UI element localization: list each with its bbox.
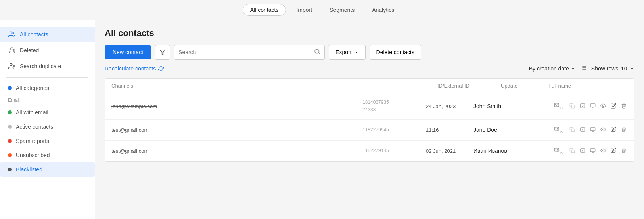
deleted-icon (8, 46, 16, 54)
edit-action-button[interactable] (610, 147, 617, 155)
search-icon (314, 48, 320, 56)
top-nav-item-segments[interactable]: Segments (322, 4, 362, 15)
blacklist-action-button[interactable]: BLBL (553, 125, 566, 135)
sidebar-cat-label-unsubscribed: Unsubscribed (16, 152, 50, 158)
col-id: ID/External ID (437, 83, 501, 89)
contact-id: 181403793524233 (362, 99, 426, 114)
toolbar: New contact Export Delete contacts (105, 45, 634, 60)
svg-point-9 (315, 49, 319, 53)
svg-rect-19 (571, 105, 575, 108)
contact-id: 1182279145 (362, 147, 426, 154)
sidebar-item-label-all-contacts: All contacts (20, 31, 48, 38)
top-nav-item-import[interactable]: Import (289, 4, 319, 15)
delete-action-button[interactable] (620, 147, 628, 155)
checkbox-action-button[interactable] (579, 126, 586, 134)
top-nav-item-all-contacts[interactable]: All contacts (243, 4, 286, 16)
view-action-button[interactable] (599, 102, 607, 110)
sidebar-item-all-contacts[interactable]: All contacts (0, 27, 95, 42)
table-header: Channels ID/External ID Update Full name (105, 79, 634, 93)
sort-selector[interactable]: By creation date (529, 65, 575, 72)
svg-line-10 (318, 53, 320, 54)
sidebar-item-spam-reports[interactable]: Spam reports (0, 134, 95, 148)
all-contacts-icon (8, 30, 16, 38)
contact-update: 02 Jun, 2021 (426, 148, 473, 154)
table-row: test@gmail.com118227994511:16Jane DoeBLB… (105, 120, 634, 141)
contact-update: 24 Jan, 2023 (426, 103, 473, 109)
svg-rect-35 (571, 150, 575, 153)
view-action-button[interactable] (599, 126, 607, 134)
monitor-action-button[interactable] (589, 126, 597, 134)
sidebar-item-all-with-email[interactable]: All with email (0, 105, 95, 120)
sidebar-item-active-contacts[interactable]: Active contacts (0, 120, 95, 134)
svg-point-32 (602, 129, 604, 130)
sort-chevron-icon (571, 66, 575, 71)
blacklist-action-button[interactable]: BLBL (553, 146, 566, 156)
svg-point-4 (10, 63, 12, 66)
delete-action-button[interactable] (620, 126, 628, 134)
edit-action-button[interactable] (610, 102, 617, 110)
app-layout: All contactsDeletedSearch duplicateAll c… (0, 20, 644, 219)
refresh-icon (158, 66, 164, 71)
sidebar-item-label-search-duplicate: Search duplicate (20, 63, 61, 69)
show-rows-chevron-icon[interactable] (630, 66, 634, 71)
export-button[interactable]: Export (329, 45, 365, 60)
contact-update: 11:16 (426, 127, 473, 133)
recalculate-contacts-button[interactable]: Recalculate contacts (105, 65, 164, 72)
sort-options-icon[interactable] (580, 65, 586, 72)
edit-action-button[interactable] (610, 126, 617, 134)
delete-contacts-button[interactable]: Delete contacts (370, 45, 422, 60)
svg-rect-21 (590, 103, 595, 107)
filter-button[interactable] (155, 45, 170, 60)
copy-action-button[interactable] (568, 102, 576, 110)
col-update: Update (501, 83, 548, 89)
monitor-action-button[interactable] (589, 147, 597, 155)
sidebar-item-label-deleted: Deleted (20, 47, 39, 53)
page-title: All contacts (105, 28, 634, 38)
checkbox-action-button[interactable] (579, 102, 586, 110)
sidebar-cat-label-blacklisted: Blacklisted (16, 166, 42, 173)
spam-reports-dot (8, 139, 12, 143)
svg-rect-27 (571, 129, 575, 132)
top-nav-item-analytics[interactable]: Analytics (365, 4, 401, 15)
contact-id: 1182279945 (362, 126, 426, 134)
filter-icon (159, 49, 166, 55)
sidebar-item-deleted[interactable]: Deleted (0, 42, 95, 58)
copy-action-button[interactable] (568, 126, 576, 134)
copy-action-button[interactable] (568, 147, 576, 155)
svg-rect-28 (581, 128, 585, 132)
svg-point-1 (11, 48, 13, 50)
search-box (174, 45, 325, 60)
sidebar-item-blacklisted[interactable]: Blacklisted (0, 162, 95, 177)
sidebar-item-unsubscribed[interactable]: Unsubscribed (0, 148, 95, 162)
main-content: All contacts New contact Export (95, 20, 644, 219)
svg-rect-20 (581, 103, 585, 108)
sidebar-item-all-categories[interactable]: All categories (0, 81, 95, 95)
view-action-button[interactable] (599, 147, 607, 155)
search-input[interactable] (178, 49, 314, 55)
sub-toolbar-right: By creation date Show rows 10 (529, 65, 634, 72)
checkbox-action-button[interactable] (579, 147, 586, 155)
svg-rect-36 (581, 148, 585, 152)
contacts-table: Channels ID/External ID Update Full name… (105, 78, 634, 162)
sidebar-item-search-duplicate[interactable]: Search duplicate (0, 58, 95, 74)
svg-marker-8 (160, 50, 165, 55)
svg-text:BL: BL (557, 150, 559, 152)
svg-point-24 (602, 105, 604, 107)
new-contact-button[interactable]: New contact (105, 45, 151, 59)
monitor-action-button[interactable] (589, 102, 597, 110)
table-row: test@gmail.com118227914502 Jun, 2021Иван… (105, 141, 634, 161)
col-name: Full name (548, 83, 628, 89)
sidebar-cat-label-spam-reports: Spam reports (16, 138, 49, 144)
svg-rect-37 (590, 148, 595, 151)
delete-action-button[interactable] (620, 102, 628, 110)
contact-email[interactable]: test@gmail.com (111, 127, 362, 133)
contact-email[interactable]: john@example.com (111, 103, 362, 109)
blacklist-action-button[interactable]: BLBL (553, 101, 566, 111)
top-navigation: All contactsImportSegmentsAnalytics (0, 0, 644, 20)
svg-point-40 (602, 150, 604, 151)
sidebar-cat-label-all-with-email: All with email (16, 109, 48, 116)
show-rows-count: 10 (621, 65, 627, 72)
contact-actions: BLBL (553, 125, 628, 135)
contact-email[interactable]: test@gmail.com (111, 148, 362, 154)
contact-name: John Smith (473, 103, 553, 109)
